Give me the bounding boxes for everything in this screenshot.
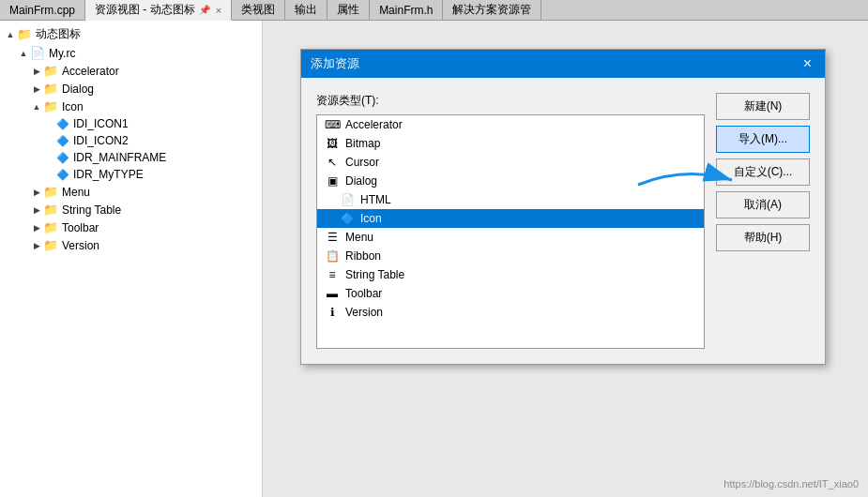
tree-accelerator[interactable]: ▶ 📁 Accelerator [0, 62, 262, 80]
add-resource-dialog: 添加资源 × 资源类型(T): ⌨ Accelerator 🖼 Bitmap [300, 49, 826, 365]
icon-folder-icon: 📁 [43, 99, 58, 113]
tree-arrow-version: ▶ [30, 241, 43, 250]
myrc-icon: 📄 [30, 46, 45, 60]
cancel-button[interactable]: 取消(A) [716, 191, 810, 218]
tree-idi-icon2[interactable]: 🔷 IDI_ICON2 [0, 132, 262, 149]
list-item-toolbar[interactable]: ▬ Toolbar [317, 284, 704, 303]
tree-dialog[interactable]: ▶ 📁 Dialog [0, 80, 262, 98]
acc-icon: 📁 [43, 64, 58, 78]
dialog-buttons: 新建(N) 导入(M)... 自定义(C)... 取消(A) 帮助(H) [716, 93, 810, 349]
tree-idr-mytype[interactable]: 🔷 IDR_MyTYPE [0, 166, 262, 183]
dialog-content-left: 资源类型(T): ⌨ Accelerator 🖼 Bitmap ↖ Curs [316, 93, 705, 349]
watermark: https://blog.csdn.net/IT_xiao0 [723, 478, 859, 489]
close-tab-icon[interactable]: × [216, 5, 221, 16]
icon-res-icon: 🔷 [340, 212, 355, 225]
tree-root[interactable]: ▲ 📁 动态图标 [0, 24, 262, 44]
dialog-body: 资源类型(T): ⌨ Accelerator 🖼 Bitmap ↖ Curs [301, 78, 825, 364]
bitmap-icon: 🖼 [325, 137, 340, 150]
main-area: ▲ 📁 动态图标 ▲ 📄 My.rc ▶ 📁 Accelerator ▶ 📁 D… [0, 21, 868, 497]
tree-icon-folder[interactable]: ▲ 📁 Icon [0, 98, 262, 115]
tree-menu[interactable]: ▶ 📁 Menu [0, 183, 262, 201]
idr-mytype-icon: 🔷 [56, 169, 69, 181]
menu-icon: 📁 [43, 185, 58, 199]
resource-type-list[interactable]: ⌨ Accelerator 🖼 Bitmap ↖ Cursor ▣ [316, 114, 705, 349]
toolbar-res-icon: ▬ [325, 287, 340, 300]
toolbar-icon: 📁 [43, 220, 58, 234]
accelerator-icon: ⌨ [325, 118, 340, 131]
idi-icon2-icon: 🔷 [56, 135, 69, 147]
resource-tree-panel: ▲ 📁 动态图标 ▲ 📄 My.rc ▶ 📁 Accelerator ▶ 📁 D… [0, 21, 263, 497]
tab-mainfrm-h[interactable]: MainFrm.h [370, 0, 443, 20]
import-button[interactable]: 导入(M)... [716, 126, 810, 153]
tab-properties[interactable]: 属性 [327, 0, 370, 20]
resource-type-label: 资源类型(T): [316, 93, 705, 109]
tree-arrow-acc: ▶ [30, 67, 43, 76]
list-item-cursor[interactable]: ↖ Cursor [317, 153, 704, 172]
dialog-close-button[interactable]: × [799, 56, 815, 71]
dialog-title-bar: 添加资源 × [301, 50, 825, 78]
dialog-title: 添加资源 [311, 55, 359, 72]
tree-idi-icon1[interactable]: 🔷 IDI_ICON1 [0, 115, 262, 132]
tree-arrow-string: ▶ [30, 205, 43, 215]
tab-mainfrm-cpp[interactable]: MainFrm.cpp [0, 0, 85, 20]
tree-toolbar[interactable]: ▶ 📁 Toolbar [0, 218, 262, 236]
string-table-icon: 📁 [43, 203, 58, 217]
root-icon: 📁 [17, 27, 32, 41]
tree-string-table[interactable]: ▶ 📁 String Table [0, 201, 262, 218]
tab-resource-view[interactable]: 资源视图 - 动态图标 📌 × [85, 0, 232, 21]
cursor-icon: ↖ [325, 156, 340, 169]
string-table-res-icon: ≡ [325, 268, 340, 281]
list-item-html[interactable]: 📄 HTML [317, 190, 704, 209]
right-panel: 添加资源 × 资源类型(T): ⌨ Accelerator 🖼 Bitmap [263, 21, 868, 497]
new-button[interactable]: 新建(N) [716, 93, 810, 120]
list-item-dialog[interactable]: ▣ Dialog [317, 172, 704, 190]
menu-res-icon: ☰ [325, 231, 340, 244]
tab-bar: MainFrm.cpp 资源视图 - 动态图标 📌 × 类视图 输出 属性 Ma… [0, 0, 868, 21]
tab-solution-explorer[interactable]: 解决方案资源管 [443, 0, 541, 20]
dialog-icon: 📁 [43, 82, 58, 96]
list-item-ribbon[interactable]: 📋 Ribbon [317, 247, 704, 265]
tree-arrow-menu: ▶ [30, 188, 43, 197]
tree-version[interactable]: ▶ 📁 Version [0, 236, 262, 254]
tree-arrow-root: ▲ [4, 30, 17, 39]
tab-class-view[interactable]: 类视图 [232, 0, 285, 20]
list-item-icon[interactable]: 🔷 Icon [317, 209, 704, 228]
idi-icon1-icon: 🔷 [56, 118, 69, 130]
pin-icon: 📌 [199, 5, 210, 15]
html-icon: 📄 [340, 193, 355, 206]
idr-mainframe-icon: 🔷 [56, 152, 69, 164]
list-item-version[interactable]: ℹ Version [317, 303, 704, 322]
custom-button[interactable]: 自定义(C)... [716, 158, 810, 186]
list-item-bitmap[interactable]: 🖼 Bitmap [317, 134, 704, 153]
version-res-icon: ℹ [325, 306, 340, 319]
tree-myrc[interactable]: ▲ 📄 My.rc [0, 44, 262, 62]
tree-arrow-myrc: ▲ [17, 49, 30, 58]
ribbon-icon: 📋 [325, 249, 340, 263]
list-item-string-table[interactable]: ≡ String Table [317, 265, 704, 284]
dialog-res-icon: ▣ [325, 174, 340, 188]
version-icon: 📁 [43, 238, 58, 252]
tree-arrow-dialog: ▶ [30, 84, 43, 94]
help-button[interactable]: 帮助(H) [716, 224, 810, 251]
tree-idr-mainframe[interactable]: 🔷 IDR_MAINFRAME [0, 149, 262, 166]
list-item-accelerator[interactable]: ⌨ Accelerator [317, 115, 704, 134]
tree-arrow-icon: ▲ [30, 102, 43, 112]
tree-arrow-toolbar: ▶ [30, 223, 43, 233]
tab-output[interactable]: 输出 [285, 0, 327, 20]
list-item-menu[interactable]: ☰ Menu [317, 228, 704, 247]
